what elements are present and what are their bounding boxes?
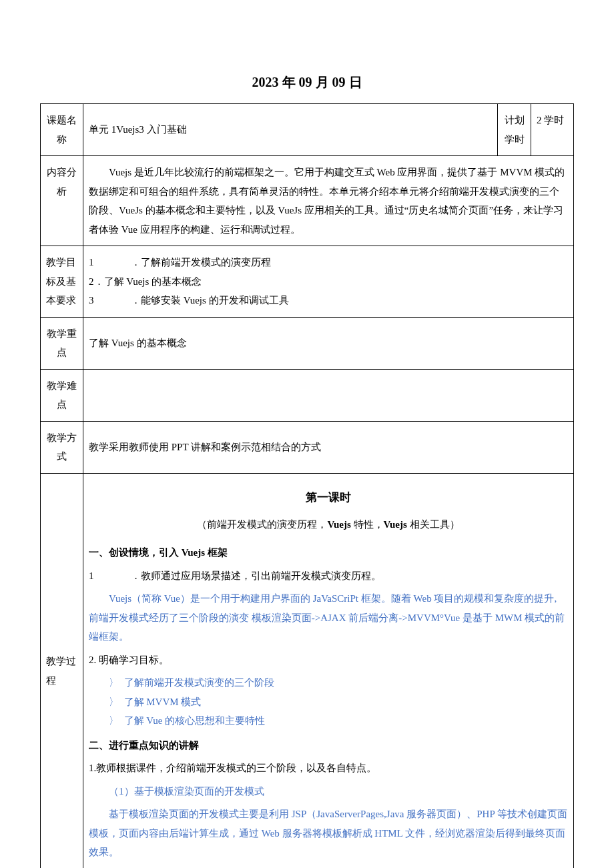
bullet-text: 了解前端开发模式演变的三个阶段 <box>124 677 274 688</box>
label-topic: 课题名称 <box>41 104 83 156</box>
value-teaching-process: 第一课时 （前端开发模式的演变历程，Vuejs 特性，Vuejs 相关工具） 一… <box>83 473 574 868</box>
intro-paragraph: Vuejs（简称 Vue）是一个用于构建用户界面的 JaVaSCriPt 框架。… <box>89 589 568 646</box>
row-teaching-method: 教学方式 教学采用教师使用 PPT 讲解和案例示范相结合的方式 <box>41 421 574 473</box>
chevron-right-icon: 〉 <box>109 693 124 712</box>
objective-text: ．了解前端开发模式的演变历程 <box>101 253 568 272</box>
sub-a: （前端开发模式的演变历程， <box>197 519 327 530</box>
row-difficulties: 教学难点 <box>41 369 574 421</box>
bullet-text: 了解 MVVM 模式 <box>124 697 202 707</box>
sub-e: 相关工具） <box>407 519 460 530</box>
label-plan-hours: 计划学时 <box>498 104 531 156</box>
label-difficulties: 教学难点 <box>41 369 83 421</box>
row-key-points: 教学重点 了解 Vuejs 的基本概念 <box>41 317 574 369</box>
row-objectives: 教学目标及基本要求 1 ．了解前端开发模式的演变历程 2． 了解 Vuejs 的… <box>41 246 574 318</box>
value-key-points: 了解 Vuejs 的基本概念 <box>83 317 574 369</box>
objective-num: 2． <box>89 272 104 292</box>
label-teaching-method: 教学方式 <box>41 421 83 473</box>
bullet-item: 〉了解 Vue 的核心思想和主要特性 <box>109 711 568 731</box>
value-plan-hours: 2 学时 <box>531 104 574 156</box>
subpoint-1: （1）基于模板渲染页面的开发模式 <box>89 782 568 801</box>
label-content-analysis: 内容分析 <box>41 156 83 246</box>
bullet-item: 〉了解前端开发模式演变的三个阶段 <box>109 673 568 693</box>
period-subtitle: （前端开发模式的演变历程，Vuejs 特性，Vuejs 相关工具） <box>89 515 568 534</box>
chevron-right-icon: 〉 <box>109 673 124 693</box>
section-1-heading: 一、创设情境，引入 Vuejs 框架 <box>89 543 568 562</box>
objective-item: 2． 了解 Vuejs 的基本概念 <box>89 272 568 292</box>
step-num: 1 <box>89 566 101 586</box>
objective-text: 了解 Vuejs 的基本概念 <box>104 272 202 292</box>
process-step: 1 ．教师通过应用场景描述，引出前端开发模式演变历程。 <box>89 566 568 586</box>
step-text: ．教师通过应用场景描述，引出前端开发模式演变历程。 <box>101 566 568 586</box>
objective-item: 3 ．能够安装 Vuejs 的开发和调试工具 <box>89 291 568 310</box>
chevron-right-icon: 〉 <box>109 711 124 731</box>
value-difficulties <box>83 369 574 421</box>
sub-d: Vuejs <box>384 519 407 530</box>
h1a: 一、创设情境，引入 <box>89 547 182 558</box>
value-objectives: 1 ．了解前端开发模式的演变历程 2． 了解 Vuejs 的基本概念 3 ．能够… <box>83 246 574 318</box>
section-2-heading: 二、进行重点知识的讲解 <box>89 736 568 755</box>
row-content-analysis: 内容分析 Vuejs 是近几年比较流行的前端框架之一。它用于构建交互式 Web … <box>41 156 574 246</box>
period-title: 第一课时 <box>89 487 568 508</box>
objectives-heading: 2. 明确学习目标。 <box>89 650 568 670</box>
bullet-list: 〉了解前端开发模式演变的三个阶段 〉了解 MVVM 模式 〉了解 Vue 的核心… <box>89 673 568 731</box>
page: 2023 年 09 月 09 日 课题名称 单元 1Vuejs3 入门基础 计划… <box>0 0 614 868</box>
label-key-points: 教学重点 <box>41 317 83 369</box>
row-topic: 课题名称 单元 1Vuejs3 入门基础 计划学时 2 学时 <box>41 104 574 156</box>
value-content-analysis: Vuejs 是近几年比较流行的前端框架之一。它用于构建交互式 Web 应用界面，… <box>83 156 574 246</box>
label-teaching-process: 教学过程 <box>41 473 83 868</box>
bullet-text: 了解 Vue 的核心思想和主要特性 <box>124 715 266 726</box>
sub-b: Vuejs <box>327 519 350 530</box>
value-teaching-method: 教学采用教师使用 PPT 讲解和案例示范相结合的方式 <box>83 421 574 473</box>
process-step: 1.教师根据课件，介绍前端开发模式的三个阶段，以及各自特点。 <box>89 759 568 778</box>
content-analysis-text: Vuejs 是近几年比较流行的前端框架之一。它用于构建交互式 Web 应用界面，… <box>89 163 568 239</box>
label-objectives: 教学目标及基本要求 <box>41 246 83 318</box>
row-teaching-process: 教学过程 第一课时 （前端开发模式的演变历程，Vuejs 特性，Vuejs 相关… <box>41 473 574 868</box>
objective-text: ．能够安装 Vuejs 的开发和调试工具 <box>101 291 568 310</box>
page-title: 2023 年 09 月 09 日 <box>40 73 574 91</box>
h1c: 框架 <box>205 547 228 558</box>
value-topic: 单元 1Vuejs3 入门基础 <box>83 104 498 156</box>
objective-item: 1 ．了解前端开发模式的演变历程 <box>89 253 568 272</box>
objective-num: 1 <box>89 253 101 272</box>
bullet-item: 〉了解 MVVM 模式 <box>109 693 568 712</box>
subpoint-1-body: 基于模板渲染页面的开发模式主要是利用 JSP（JavaServerPages,J… <box>89 805 568 862</box>
objective-num: 3 <box>89 291 101 310</box>
lesson-plan-table: 课题名称 单元 1Vuejs3 入门基础 计划学时 2 学时 内容分析 Vuej… <box>40 103 574 868</box>
sub-c: 特性， <box>351 519 384 530</box>
h1b: Vuejs <box>182 547 205 558</box>
